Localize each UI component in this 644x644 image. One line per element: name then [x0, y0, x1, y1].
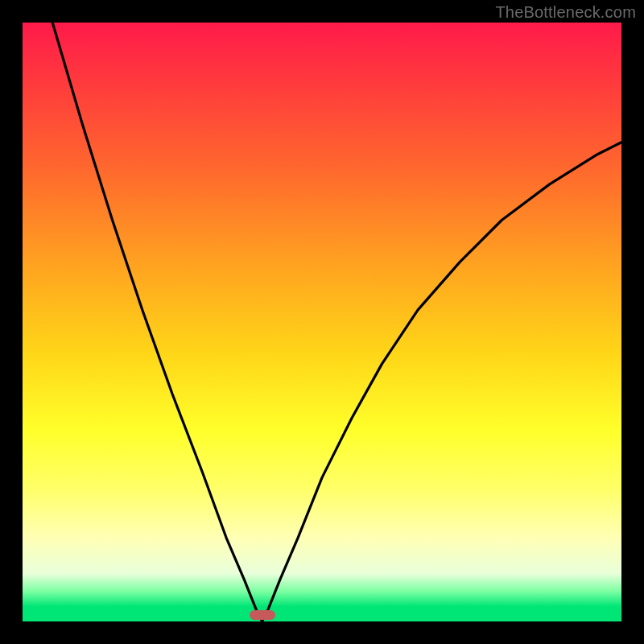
chart-plot-area: [23, 23, 621, 621]
curve-path: [23, 0, 621, 621]
optimum-marker: [250, 610, 275, 620]
attribution-text: TheBottleneck.com: [495, 3, 636, 22]
chart-frame: TheBottleneck.com: [0, 0, 644, 644]
bottleneck-curve: [23, 23, 621, 621]
